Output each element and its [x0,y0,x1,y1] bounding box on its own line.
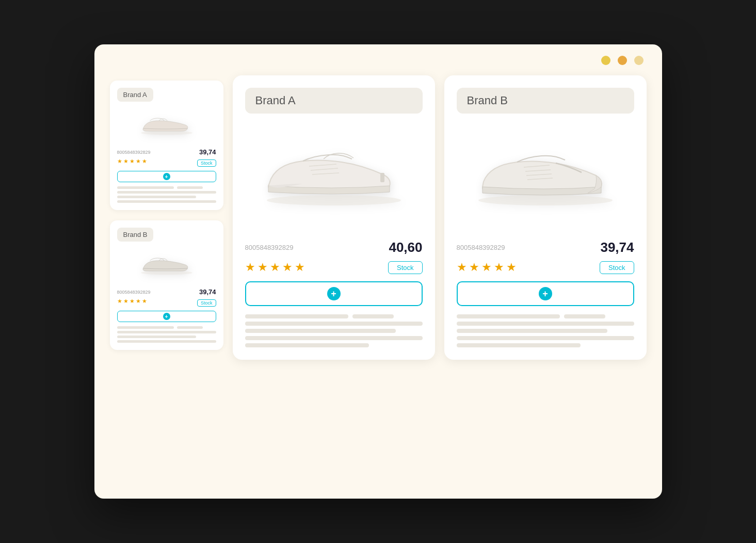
mini-b-add-button[interactable]: + [117,311,216,322]
product-b-sku-price: 8005848392829 39,74 [457,239,634,255]
product-a-sku-price: 8005848392829 40,60 [245,239,423,255]
mini-shoe-b-container [117,247,216,283]
star-4: ★ [282,261,293,274]
ph-line [457,314,560,318]
star-5: ★ [142,158,147,165]
mini-a-plus-icon: + [163,173,170,180]
product-b-stars: ★ ★ ★ ★ ★ [457,261,517,274]
ph-line [117,200,216,203]
product-b-stock-button[interactable]: Stock [600,261,634,274]
content-area: Brand A 8005848392829 39,74 [94,44,662,499]
mini-b-details: 8005848392829 39,74 [117,288,216,296]
ph-line [117,326,174,329]
dot-2 [618,56,627,65]
mini-b-sku: 8005848392829 [117,290,151,295]
product-a-stock-button[interactable]: Stock [388,261,423,274]
browser-dots [601,56,644,65]
mini-a-stock-badge[interactable]: Stock [197,159,216,167]
svg-point-1 [141,270,192,275]
browser-window: Brand A 8005848392829 39,74 [94,44,662,499]
mini-b-stars: ★ ★ ★ ★ ★ [117,298,147,305]
star-3: ★ [130,158,135,165]
mini-a-price: 39,74 [199,148,216,156]
product-a-price: 40,60 [389,239,422,255]
product-b-sku: 8005848392829 [457,244,505,251]
svg-point-7 [478,195,613,205]
ph-line [117,186,174,189]
star-2: ★ [258,261,268,274]
mini-a-sku: 8005848392829 [117,150,151,155]
star-3: ★ [130,298,135,305]
dot-3 [634,56,644,65]
product-a-sku: 8005848392829 [245,244,294,251]
shoe-a-display [245,124,423,227]
mini-card-a: Brand A 8005848392829 39,74 [110,81,223,210]
ph-line [177,326,203,329]
product-a-placeholder [245,314,423,347]
product-b-rating-row: ★ ★ ★ ★ ★ Stock [457,261,634,274]
star-1: ★ [117,158,122,165]
ph-line [457,322,634,326]
mini-shoe-a-icon [138,111,195,139]
ph-line [245,336,423,340]
product-a-plus-icon: + [327,287,341,300]
product-a-rating-row: ★ ★ ★ ★ ★ Stock [245,261,423,274]
ph-line [352,314,394,318]
star-2: ★ [469,261,479,274]
main-cards: Brand A [233,75,647,360]
product-b-placeholder [457,314,634,347]
mini-brand-a-label: Brand A [117,88,153,102]
ph-line [177,186,203,189]
ph-line [457,336,634,340]
svg-point-0 [141,131,192,135]
star-1: ★ [457,261,467,274]
ph-line [245,329,396,333]
star-4: ★ [136,158,141,165]
ph-line [117,336,197,338]
mini-shoe-b-icon [138,251,195,279]
mini-b-rating-row: ★ ★ ★ ★ ★ Stock [117,298,216,308]
shoe-b-image [473,139,618,212]
star-1: ★ [117,298,122,305]
star-3: ★ [270,261,280,274]
mini-b-stock-badge[interactable]: Stock [197,299,216,307]
ph-line [117,340,216,343]
star-5: ★ [506,261,517,274]
ph-line [117,196,197,198]
shoe-b-display [457,124,634,227]
product-b-plus-icon: + [539,287,552,300]
product-b-add-button[interactable]: + [457,281,634,306]
mini-card-b: Brand B 8005848392829 39,74 [110,220,223,350]
product-card-a: Brand A [233,75,435,360]
ph-line [245,343,369,347]
ph-line [117,331,216,333]
product-a-stars: ★ ★ ★ ★ ★ [245,261,305,274]
brand-a-header: Brand A [245,88,423,114]
ph-line [457,343,581,347]
product-card-b: Brand B [444,75,647,360]
dot-1 [601,56,610,65]
star-4: ★ [494,261,504,274]
mini-brand-b-label: Brand B [117,228,154,242]
ph-line [245,314,348,318]
mini-b-price: 39,74 [199,288,216,296]
svg-rect-6 [380,173,384,182]
product-b-price: 39,74 [600,239,634,255]
star-3: ★ [481,261,492,274]
ph-line [117,191,216,194]
mini-a-placeholder [117,186,216,203]
mini-b-plus-icon: + [163,313,170,320]
mini-a-add-button[interactable]: + [117,171,216,182]
star-2: ★ [123,298,128,305]
shoe-a-image [262,139,406,212]
mini-a-details: 8005848392829 39,74 [117,148,216,156]
star-2: ★ [123,158,128,165]
mini-a-rating-row: ★ ★ ★ ★ ★ Stock [117,158,216,168]
product-a-add-button[interactable]: + [245,281,423,306]
ph-line [457,329,607,333]
ph-line [564,314,605,318]
sidebar: Brand A 8005848392829 39,74 [110,81,223,350]
star-4: ★ [136,298,141,305]
star-1: ★ [245,261,255,274]
star-5: ★ [295,261,305,274]
